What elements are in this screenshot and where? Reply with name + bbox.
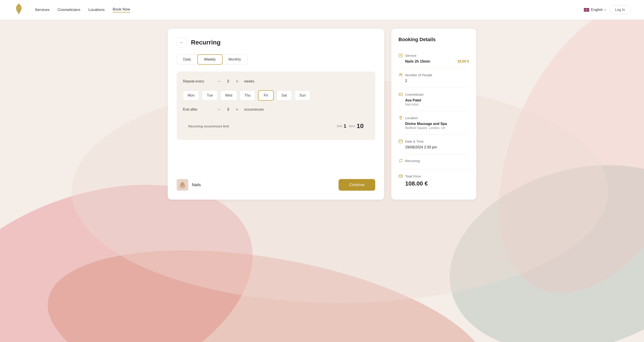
service-price: 18.00 € [457,60,469,64]
navbar: Services Cosmeticians Locations Book Now… [0,0,644,20]
max-label: MAX [349,124,355,128]
detail-people-section: Number of People 2 [398,68,469,88]
svg-point-16 [400,117,401,118]
nav-book-now[interactable]: Book Now [113,7,130,12]
day-buttons: Mon Tue Wed Thu Fri Sat Sun [183,90,369,100]
service-value-row: Nails 2h 15min 18.00 € [398,60,469,64]
detail-cosmetician-section: Cosmetician Ava Patel Nail Artist [398,88,469,111]
day-wed[interactable]: Wed [220,90,237,100]
location-label: Location [405,116,418,120]
occurrences-decrement-button[interactable]: − [216,106,223,113]
back-button[interactable]: ← [177,38,186,48]
cosmetician-icon [398,92,403,96]
service-label: Service [405,54,416,58]
day-tue[interactable]: Tue [202,90,218,100]
repeat-increment-button[interactable]: + [234,78,240,85]
recurring-label: Recurring [405,159,420,163]
detail-service-header: Service [398,53,469,58]
detail-recurring-header: Recurring [398,158,469,163]
datetime-label: Date & Time [405,140,424,143]
detail-datetime-section: Date & Time 29/08/2024 2:30 pm [398,134,469,154]
detail-total-section: Total Price 108.00 € [398,170,469,192]
nav-locations[interactable]: Locations [88,8,105,12]
max-badge: MAX 10 [349,122,364,130]
day-fri[interactable]: Fri [258,90,274,100]
cosmetician-label: Cosmetician [405,92,424,96]
service-value: Nails 2h 15min [398,60,430,64]
end-after-label: End after [183,108,212,112]
day-sat[interactable]: Sat [276,90,292,100]
total-price-value: 108.00 € [398,180,428,187]
detail-cosmetician-header: Cosmetician [398,92,469,96]
people-icon [398,73,403,77]
day-thu[interactable]: Thu [240,90,255,100]
tab-weekly[interactable]: Weekly [198,54,222,64]
datetime-value: 29/08/2024 2:30 pm [398,145,437,149]
language-label: English [591,8,603,12]
footer-service: Nails [177,179,201,191]
logo[interactable] [14,3,24,16]
svg-point-12 [400,73,401,75]
svg-point-15 [400,94,400,95]
form-title: Recurring [191,39,220,46]
location-icon [398,116,403,120]
max-value: 10 [357,122,364,130]
cosmetician-value: Ava Patel Nail Artist [398,98,469,106]
occurrences-limit-label: Recurring occurrences limit [188,124,229,128]
location-value: Divine Massage and Spa Bedford Square, L… [398,122,469,130]
occurrences-increment-button[interactable]: + [234,106,240,113]
occurrences-value: 3 [226,107,231,112]
detail-total-header: Total Price [398,174,469,178]
calendar-icon [398,139,403,144]
main-content: ← Recurring Daily Weekly Monthly Repeat … [154,20,490,208]
people-label: Number of People [405,73,432,77]
svg-point-13 [401,74,402,75]
chevron-down-icon: ▾ [605,8,606,12]
service-thumbnail [177,179,188,191]
svg-point-5 [19,7,20,8]
detail-datetime-header: Date & Time [398,139,469,144]
tab-monthly[interactable]: Monthly [222,54,248,64]
day-sun[interactable]: Sun [295,90,310,100]
booking-form-card: ← Recurring Daily Weekly Monthly Repeat … [168,28,384,200]
people-value: 2 [398,79,407,83]
tab-daily[interactable]: Daily [177,54,198,64]
occurrences-limit-info: Recurring occurrences limit MIN 1 MAX 10 [183,118,369,134]
svg-rect-17 [399,140,402,143]
login-button[interactable]: Log In [610,5,630,14]
total-icon [398,174,403,178]
nav-services[interactable]: Services [35,8,50,12]
repeat-stepper: − 2 + [216,78,240,85]
repeat-unit-label: weeks [244,79,254,84]
repeat-section: Repeat every − 2 + weeks Mon Tue Wed Thu… [177,72,375,140]
end-after-stepper: − 3 + [216,106,240,113]
details-title: Booking Details [398,37,469,42]
card-footer: Nails Continue [177,170,375,191]
repeat-decrement-button[interactable]: − [216,78,223,85]
svg-rect-18 [399,175,402,178]
card-header: ← Recurring [177,38,375,48]
detail-people-header: Number of People [398,73,469,77]
recurring-icon [398,158,403,163]
continue-button[interactable]: Continue [338,179,375,191]
svg-rect-11 [399,54,402,57]
detail-service-section: Service Nails 2h 15min 18.00 € [398,49,469,68]
repeat-value: 2 [226,79,231,84]
min-value: 1 [344,123,346,129]
frequency-tabs: Daily Weekly Monthly [177,54,375,64]
nav-links: Services Cosmeticians Locations Book Now [35,7,584,12]
end-after-row: End after − 3 + occurrences [183,106,369,113]
detail-recurring-section: Recurring [398,154,469,170]
repeat-every-row: Repeat every − 2 + weeks [183,78,369,85]
min-label: MIN [337,124,342,128]
service-icon [398,53,403,58]
repeat-every-label: Repeat every [183,79,212,84]
nav-right: English ▾ Log In [584,5,630,14]
occurrences-unit-label: occurrences [244,108,264,112]
footer-service-name: Nails [192,182,201,187]
day-mon[interactable]: Mon [183,90,199,100]
booking-details-card: Booking Details Service Nails 2h 15min 1… [391,28,476,200]
min-badge: MIN 1 [337,123,346,129]
language-selector[interactable]: English ▾ [584,8,606,12]
nav-cosmeticians[interactable]: Cosmeticians [58,8,80,12]
